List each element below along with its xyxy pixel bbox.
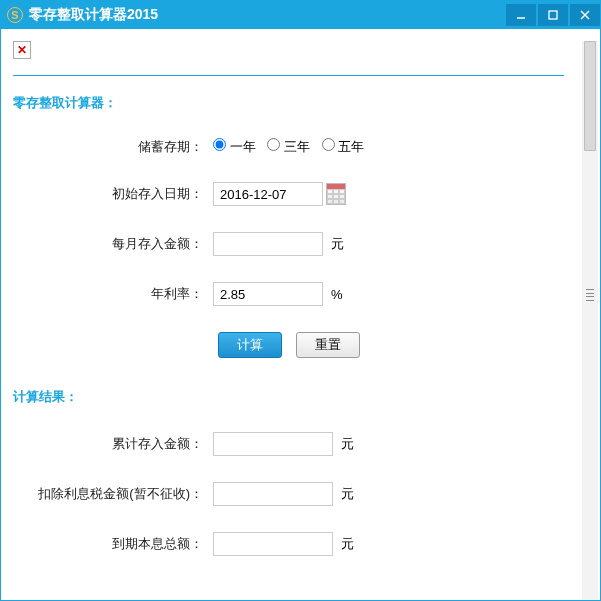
output-tax-deducted xyxy=(213,482,333,506)
radio-five-year[interactable]: 五年 xyxy=(322,139,365,154)
radio-one-year[interactable]: 一年 xyxy=(213,139,256,154)
input-monthly-deposit[interactable] xyxy=(213,232,323,256)
unit-monthly-deposit: 元 xyxy=(331,235,344,253)
label-total-deposit: 累计存入金额： xyxy=(13,435,213,453)
result-section-title: 计算结果： xyxy=(13,388,564,406)
scrollbar-thumb[interactable] xyxy=(584,41,596,151)
label-start-date: 初始存入日期： xyxy=(13,185,213,203)
content-area: ✕ 零存整取计算器： 储蓄存期： 一年 三年 五年 初始存入日期： xyxy=(1,29,600,600)
row-final-total: 到期本息总额： 元 xyxy=(13,532,564,556)
label-final-total: 到期本息总额： xyxy=(13,535,213,553)
label-deposit-term: 储蓄存期： xyxy=(13,138,213,156)
unit-final-total: 元 xyxy=(341,535,354,553)
minimize-button[interactable] xyxy=(506,4,536,26)
output-total-deposit xyxy=(213,432,333,456)
label-monthly-deposit: 每月存入金额： xyxy=(13,235,213,253)
calendar-icon[interactable] xyxy=(326,183,346,205)
reset-button[interactable]: 重置 xyxy=(296,332,360,358)
close-button[interactable] xyxy=(570,4,600,26)
input-annual-rate[interactable] xyxy=(213,282,323,306)
radio-three-year[interactable]: 三年 xyxy=(267,139,310,154)
row-total-deposit: 累计存入金额： 元 xyxy=(13,432,564,456)
unit-total-deposit: 元 xyxy=(341,435,354,453)
divider xyxy=(13,75,564,76)
app-window: S 零存整取计算器2015 ✕ 零存整取计算器： 储蓄存期： 一年 三年 xyxy=(0,0,601,601)
unit-tax-deducted: 元 xyxy=(341,485,354,503)
maximize-button[interactable] xyxy=(538,4,568,26)
unit-annual-rate: % xyxy=(331,287,343,302)
button-row: 计算 重置 xyxy=(13,332,564,358)
label-annual-rate: 年利率： xyxy=(13,285,213,303)
form-section-title: 零存整取计算器： xyxy=(13,94,564,112)
window-controls xyxy=(504,4,600,26)
row-annual-rate: 年利率： % xyxy=(13,282,564,306)
vertical-scrollbar[interactable] xyxy=(582,41,598,600)
app-title: 零存整取计算器2015 xyxy=(29,6,158,24)
scrollbar-grip-icon xyxy=(586,289,594,301)
titlebar: S 零存整取计算器2015 xyxy=(1,1,600,29)
row-tax-deducted: 扣除利息税金额(暂不征收)： 元 xyxy=(13,482,564,506)
svg-rect-1 xyxy=(549,11,557,19)
row-start-date: 初始存入日期： xyxy=(13,182,564,206)
label-tax-deducted: 扣除利息税金额(暂不征收)： xyxy=(13,485,213,503)
input-start-date[interactable] xyxy=(213,182,323,206)
app-logo-icon: S xyxy=(7,7,23,23)
row-monthly-deposit: 每月存入金额： 元 xyxy=(13,232,564,256)
row-deposit-term: 储蓄存期： 一年 三年 五年 xyxy=(13,138,564,156)
deposit-term-radio-group: 一年 三年 五年 xyxy=(213,138,372,156)
tab-close-icon[interactable]: ✕ xyxy=(13,41,31,59)
output-final-total xyxy=(213,532,333,556)
calc-button[interactable]: 计算 xyxy=(218,332,282,358)
